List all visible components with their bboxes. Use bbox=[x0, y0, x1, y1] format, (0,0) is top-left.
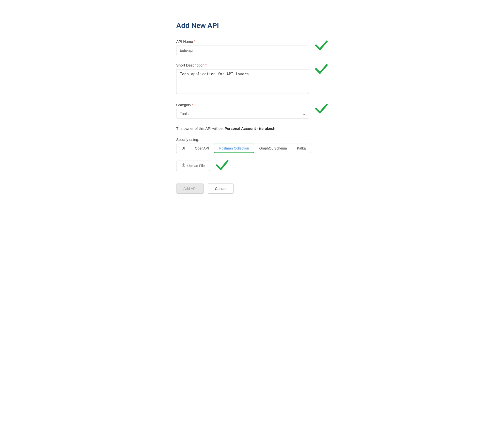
api-name-field-group: API Name* bbox=[176, 39, 328, 55]
add-api-button[interactable]: Add API bbox=[176, 184, 204, 194]
cancel-button[interactable]: Cancel bbox=[208, 184, 234, 194]
specify-postman-button[interactable]: Postman Collection bbox=[214, 144, 254, 153]
category-row: Category* Tools Finance Health Other ⌄ bbox=[176, 103, 328, 118]
short-description-label: Short Description* bbox=[176, 63, 309, 67]
specify-kafka-button[interactable]: Kafka bbox=[292, 144, 311, 153]
owner-info: The owner of this API will be: Personal … bbox=[176, 126, 328, 131]
category-checkmark bbox=[315, 103, 328, 115]
upload-row: Upload File bbox=[176, 160, 328, 172]
category-label: Category* bbox=[176, 103, 309, 107]
action-buttons-row: Add API Cancel bbox=[176, 184, 328, 194]
short-description-required-star: * bbox=[205, 63, 207, 67]
specify-label: Specify using: bbox=[176, 137, 199, 142]
short-description-textarea[interactable]: Todo application for API lovers bbox=[176, 69, 309, 94]
upload-checkmark bbox=[216, 160, 229, 172]
specify-ui-button[interactable]: UI bbox=[176, 144, 190, 153]
category-required-star: * bbox=[192, 103, 193, 107]
specify-graphql-button[interactable]: GraphQL Schema bbox=[254, 144, 292, 153]
category-field-group: Category* Tools Finance Health Other ⌄ bbox=[176, 103, 328, 118]
short-description-checkmark bbox=[315, 63, 328, 75]
add-api-form: Add New API API Name* Short Description* bbox=[163, 10, 341, 205]
specify-buttons-group: UI OpenAPI Postman Collection GraphQL Sc… bbox=[176, 144, 311, 153]
category-select[interactable]: Tools Finance Health Other bbox=[176, 109, 309, 118]
api-name-row: API Name* bbox=[176, 39, 328, 55]
upload-file-button[interactable]: Upload File bbox=[176, 161, 210, 171]
api-name-label: API Name* bbox=[176, 39, 309, 44]
api-name-checkmark bbox=[315, 39, 328, 52]
specify-openapi-button[interactable]: OpenAPI bbox=[190, 144, 214, 153]
upload-file-label: Upload File bbox=[187, 164, 205, 168]
api-name-required-star: * bbox=[194, 39, 195, 44]
short-description-row: Short Description* Todo application for … bbox=[176, 63, 328, 95]
specify-using-row: Specify using: UI OpenAPI Postman Collec… bbox=[176, 137, 328, 153]
category-select-wrapper: Tools Finance Health Other ⌄ bbox=[176, 109, 309, 118]
short-description-field-group: Short Description* Todo application for … bbox=[176, 63, 328, 95]
page-title: Add New API bbox=[176, 22, 328, 30]
short-description-content: Short Description* Todo application for … bbox=[176, 63, 309, 95]
category-content: Category* Tools Finance Health Other ⌄ bbox=[176, 103, 309, 118]
owner-name: Personal Account - itsrakesh bbox=[225, 126, 275, 131]
api-name-content: API Name* bbox=[176, 39, 309, 55]
api-name-input[interactable] bbox=[176, 46, 309, 55]
upload-icon bbox=[181, 163, 185, 168]
